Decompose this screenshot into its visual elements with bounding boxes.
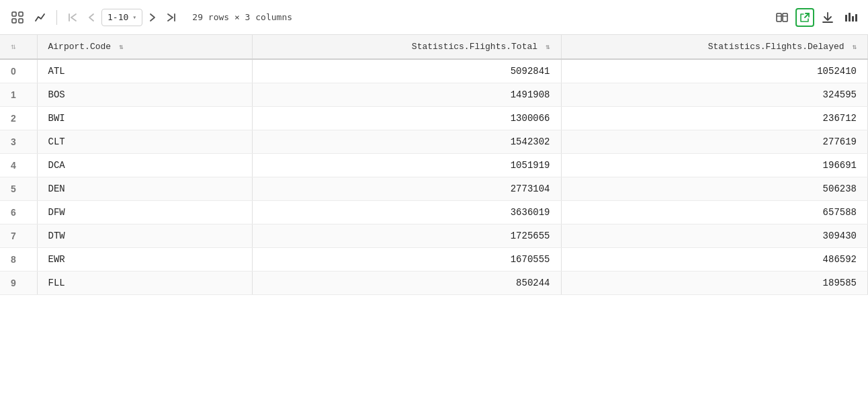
cell-flights-total: 1725655 [252,224,561,248]
cell-flights-total: 1670555 [252,248,561,272]
table-header-row: ⇅ Airport.Code ⇅ Statistics.Flights.Tota… [0,35,868,59]
cell-airport-code: DFW [37,201,252,224]
visualize-icon[interactable] [841,8,860,27]
cell-row-index: 5 [0,177,37,201]
sort-icon-total: ⇅ [546,42,550,51]
cell-airport-code: DEN [37,177,252,201]
svg-rect-17 [852,16,854,22]
toolbar-right [773,8,860,27]
svg-rect-3 [19,19,23,23]
cell-flights-total: 1300066 [252,107,561,130]
cell-flights-total: 3636019 [252,201,561,224]
cell-flights-delayed: 309430 [561,224,868,248]
sort-icon-airport: ⇅ [119,42,124,51]
svg-rect-2 [12,19,16,23]
grid-view-icon[interactable] [8,8,27,27]
svg-rect-16 [849,13,851,22]
cell-flights-delayed: 1052410 [561,59,868,83]
next-page-button[interactable] [144,9,161,26]
cell-airport-code: CLT [37,130,252,154]
table-row: 2 BWI 1300066 236712 [0,107,868,130]
cell-flights-total: 1051919 [252,154,561,177]
cell-row-index: 0 [0,59,37,83]
svg-rect-1 [19,12,23,16]
table-row: 8 EWR 1670555 486592 [0,248,868,272]
cell-flights-delayed: 486592 [561,248,868,272]
cell-row-index: 6 [0,201,37,224]
cell-flights-total: 2773104 [252,177,561,201]
col-label-airport: Airport.Code [48,42,112,52]
cell-flights-total: 5092841 [252,59,561,83]
cell-flights-delayed: 189585 [561,272,868,295]
table-row: 7 DTW 1725655 309430 [0,224,868,248]
table-row: 3 CLT 1542302 277619 [0,130,868,154]
cell-flights-total: 1542302 [252,130,561,154]
svg-rect-6 [777,13,781,22]
toolbar: 1-10 ▾ 29 rows × 3 columns [0,0,868,35]
cell-airport-code: FLL [37,272,252,295]
first-page-button[interactable] [64,9,81,26]
table-container: ⇅ Airport.Code ⇅ Statistics.Flights.Tota… [0,35,868,414]
cell-flights-delayed: 277619 [561,130,868,154]
page-range-label: 1-10 [107,12,128,22]
svg-rect-0 [12,12,16,16]
cell-row-index: 4 [0,154,37,177]
sort-icon-delayed: ⇅ [852,42,857,51]
table-row: 9 FLL 850244 189585 [0,272,868,295]
cell-row-index: 8 [0,248,37,272]
data-table: ⇅ Airport.Code ⇅ Statistics.Flights.Tota… [0,35,868,295]
cell-airport-code: BOS [37,83,252,107]
cell-flights-total: 850244 [252,272,561,295]
prev-page-button[interactable] [83,9,100,26]
col-header-flights-total[interactable]: Statistics.Flights.Total ⇅ [252,35,561,59]
cell-airport-code: EWR [37,248,252,272]
table-row: 4 DCA 1051919 196691 [0,154,868,177]
svg-rect-18 [855,14,857,22]
cell-row-index: 9 [0,272,37,295]
cell-flights-total: 1491908 [252,83,561,107]
cell-flights-delayed: 506238 [561,177,868,201]
col-header-row-num[interactable]: ⇅ [0,35,37,59]
col-label-delayed: Statistics.Flights.Delayed [708,42,844,52]
cell-row-index: 2 [0,107,37,130]
expand-icon[interactable] [795,8,814,27]
toolbar-divider-1 [56,10,57,25]
cell-flights-delayed: 657588 [561,201,868,224]
sort-arrows-row-num: ⇅ [11,42,15,52]
chart-view-icon[interactable] [31,8,50,27]
col-header-flights-delayed[interactable]: Statistics.Flights.Delayed ⇅ [561,35,868,59]
svg-rect-15 [845,15,847,22]
table-row: 0 ATL 5092841 1052410 [0,59,868,83]
svg-rect-7 [783,13,787,22]
cell-airport-code: DCA [37,154,252,177]
table-row: 1 BOS 1491908 324595 [0,83,868,107]
page-range-select[interactable]: 1-10 ▾ [101,9,142,26]
row-col-info: 29 rows × 3 columns [192,12,292,22]
table-row: 5 DEN 2773104 506238 [0,177,868,201]
cell-row-index: 7 [0,224,37,248]
cell-airport-code: BWI [37,107,252,130]
pagination-controls: 1-10 ▾ [64,9,180,26]
download-icon[interactable] [818,8,837,27]
col-label-total: Statistics.Flights.Total [412,42,537,52]
cell-row-index: 1 [0,83,37,107]
cell-airport-code: ATL [37,59,252,83]
table-row: 6 DFW 3636019 657588 [0,201,868,224]
toolbar-left: 1-10 ▾ 29 rows × 3 columns [8,8,773,27]
table-body: 0 ATL 5092841 1052410 1 BOS 1491908 3245… [0,59,868,295]
cell-airport-code: DTW [37,224,252,248]
columns-icon[interactable] [773,8,791,27]
cell-flights-delayed: 324595 [561,83,868,107]
col-header-airport-code[interactable]: Airport.Code ⇅ [37,35,252,59]
dropdown-arrow: ▾ [132,13,136,21]
cell-flights-delayed: 196691 [561,154,868,177]
cell-flights-delayed: 236712 [561,107,868,130]
last-page-button[interactable] [163,9,180,26]
cell-row-index: 3 [0,130,37,154]
